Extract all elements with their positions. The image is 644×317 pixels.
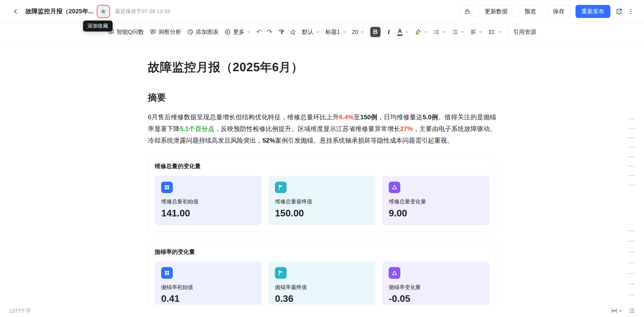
republish-button[interactable]: 重新发布 — [576, 5, 610, 18]
align-icon — [470, 29, 476, 35]
ai-query-button[interactable]: Q 智能Q问数 — [108, 28, 144, 36]
outline-marker[interactable] — [628, 241, 635, 242]
tile-value: 0.36 — [275, 293, 369, 304]
add-chart-label: 添加图表 — [196, 28, 219, 36]
more-tools-label: 更多 — [233, 28, 244, 36]
top-bar: 故障监控月报（2025年... 最近保存于07-28 13:33 更新数据 预览… — [0, 0, 644, 23]
outline-marker[interactable] — [628, 284, 635, 284]
highlighter-icon — [414, 29, 421, 35]
final-value-flag-icon — [275, 182, 286, 193]
repair-total-card: 维修总量的变化量 维修总量初始值 141.00 维修总量最终值 — [148, 155, 496, 232]
outline-marker[interactable] — [628, 137, 635, 138]
outline-marker[interactable] — [628, 230, 635, 231]
insight-analysis-button[interactable]: 洞察分析 — [150, 28, 182, 36]
redo-icon[interactable]: ↷ — [267, 29, 272, 35]
line-spacing-icon — [488, 29, 495, 35]
tile-label: 维修总量最终值 — [275, 198, 369, 205]
text-segment: 150例 — [360, 113, 378, 121]
initial-value-grid-icon — [161, 267, 172, 278]
stat-tile: 维修总量初始值 141.00 — [154, 176, 262, 225]
document-title-breadcrumb[interactable]: 故障监控月报（2025年... — [26, 7, 94, 16]
bullet-list-icon — [433, 29, 440, 35]
outline-marker[interactable] — [628, 262, 635, 263]
outline-marker[interactable] — [628, 252, 635, 252]
tile-label: 维修总量变化量 — [389, 198, 483, 205]
text-color-icon: A — [397, 28, 403, 36]
lock-permission-button[interactable] — [461, 5, 474, 18]
stat-tile: 抛锚率初始值 0.41 — [154, 261, 262, 311]
tile-label: 抛锚率最终值 — [275, 284, 369, 291]
chevron-down-icon — [405, 30, 409, 34]
tile-value: 150.00 — [275, 208, 369, 219]
outline-marker[interactable] — [628, 128, 635, 129]
font-size-value: 20 — [352, 29, 358, 35]
chart-clock-icon — [187, 29, 194, 35]
font-size-select[interactable]: 20 — [352, 29, 364, 35]
text-segment: 27% — [400, 125, 413, 132]
add-chart-button[interactable]: 添加图表 — [187, 28, 219, 36]
doc-title-heading: 故障监控月报（2025年6月） — [148, 59, 496, 75]
text-color-button[interactable]: A — [397, 28, 409, 36]
text-segment: 5.1个百分点 — [180, 125, 214, 132]
highlight-color-button[interactable] — [414, 29, 428, 35]
outline-marker[interactable] — [628, 185, 635, 186]
tile-value: 0.41 — [161, 293, 255, 304]
ordered-list-button[interactable]: 12 — [452, 29, 464, 35]
tile-value: 141.00 — [161, 208, 255, 219]
italic-button[interactable]: I — [386, 28, 392, 36]
outline-marker[interactable] — [628, 166, 635, 167]
font-style-select[interactable]: 默认 — [302, 28, 320, 36]
chevron-down-icon — [316, 30, 320, 34]
outline-marker[interactable] — [628, 294, 635, 295]
text-segment: 52% — [262, 137, 275, 144]
eraser-icon[interactable] — [290, 29, 296, 35]
align-button[interactable] — [470, 29, 483, 35]
document-canvas[interactable]: 故障监控月报（2025年6月） 摘要 6月售后维修数据呈现总量增长但结构优化特征… — [0, 41, 644, 317]
chevron-down-icon — [247, 30, 251, 34]
text-segment: 5.0例 — [423, 113, 438, 121]
favorite-tooltip: 添加收藏 — [83, 21, 112, 32]
status-bar: 1377个字 — [0, 305, 644, 317]
chevron-down-icon — [361, 30, 364, 34]
chevron-down-icon — [498, 30, 501, 34]
bold-button[interactable]: B — [370, 27, 380, 37]
tile-label: 抛锚率初始值 — [161, 284, 255, 291]
line-spacing-button[interactable] — [488, 29, 501, 35]
card-title: 抛锚率的变化量 — [154, 248, 489, 256]
app-window: 故障监控月报（2025年... 最近保存于07-28 13:33 更新数据 预览… — [0, 0, 644, 317]
preview-button[interactable]: 预览 — [518, 5, 542, 18]
page-width-control[interactable] — [611, 308, 622, 314]
outline-marker[interactable] — [628, 175, 635, 176]
outline-marker[interactable] — [628, 273, 635, 274]
text-segment: 至 — [354, 113, 360, 121]
chevron-down-icon — [424, 30, 428, 34]
cite-resource-button[interactable]: 引用资源 — [513, 28, 536, 36]
change-value-delta-icon — [389, 267, 400, 278]
chevron-down-icon — [442, 30, 446, 34]
paragraph-style-select[interactable]: 标题1 — [325, 28, 346, 36]
tile-label: 维修总量初始值 — [161, 198, 255, 205]
outline-marker[interactable] — [628, 147, 635, 148]
outline-marker[interactable] — [628, 118, 635, 119]
change-value-delta-icon — [389, 182, 400, 193]
stat-tile: 抛锚率变化量 -0.05 — [382, 261, 490, 311]
initial-value-grid-icon — [161, 182, 172, 193]
plus-circle-icon — [224, 29, 231, 35]
toolbar-divider — [507, 29, 507, 35]
back-button[interactable] — [10, 6, 21, 17]
undo-icon[interactable]: ↶ — [256, 29, 262, 35]
outline-marker[interactable] — [628, 156, 635, 157]
svg-text:2: 2 — [452, 33, 454, 35]
save-button[interactable]: 保存 — [547, 5, 570, 18]
text-segment: 6.4% — [339, 113, 354, 121]
share-button[interactable] — [615, 8, 623, 15]
more-tools-button[interactable]: 更多 — [224, 28, 251, 36]
bullet-list-button[interactable] — [433, 29, 446, 35]
favorite-star-button[interactable] — [98, 6, 109, 17]
outline-toggle-button[interactable] — [629, 308, 635, 314]
format-painter-icon[interactable] — [278, 29, 285, 35]
update-data-button[interactable]: 更新数据 — [479, 5, 514, 18]
tile-label: 抛锚率变化量 — [389, 284, 483, 291]
fit-width-icon — [611, 308, 617, 314]
outline-icon — [629, 308, 635, 314]
